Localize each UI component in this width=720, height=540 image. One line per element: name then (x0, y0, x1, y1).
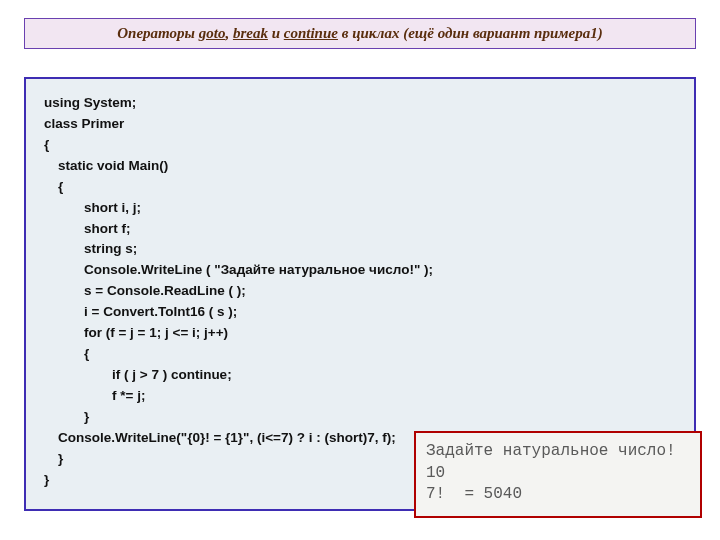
code-line: Console.WriteLine ( "Задайте натуральное… (84, 260, 676, 281)
title-word: Операторы (117, 25, 195, 41)
code-line: short i, j; (84, 198, 676, 219)
code-line: using System; (44, 93, 676, 114)
code-line: { (44, 135, 676, 156)
code-line: s = Console.ReadLine ( ); (84, 281, 676, 302)
code-line: if ( j > 7 ) continue; (112, 365, 676, 386)
title-keyword-continue: continue (284, 25, 338, 41)
code-line: string s; (84, 239, 676, 260)
code-line: } (84, 407, 676, 428)
code-line: { (84, 344, 676, 365)
output-line: 7! = 5040 (426, 485, 522, 503)
code-line: { (58, 177, 676, 198)
title-word: в циклах (342, 25, 400, 41)
slide-title: Операторы goto, break и continue в цикла… (24, 18, 696, 49)
output-line: 10 (426, 464, 445, 482)
title-keyword-break: break (233, 25, 268, 41)
code-line: class Primer (44, 114, 676, 135)
title-sep: , (225, 25, 229, 41)
output-line: Задайте натуральное число! (426, 442, 676, 460)
program-output: Задайте натуральное число! 10 7! = 5040 (414, 431, 702, 518)
code-line: static void Main() (58, 156, 676, 177)
code-line: f *= j; (112, 386, 676, 407)
title-word: и (272, 25, 280, 41)
code-line: for (f = j = 1; j <= i; j++) (84, 323, 676, 344)
title-keyword-goto: goto (199, 25, 226, 41)
code-line: short f; (84, 219, 676, 240)
title-paren: (ещё один вариант примера1) (403, 25, 603, 41)
code-line: i = Convert.ToInt16 ( s ); (84, 302, 676, 323)
